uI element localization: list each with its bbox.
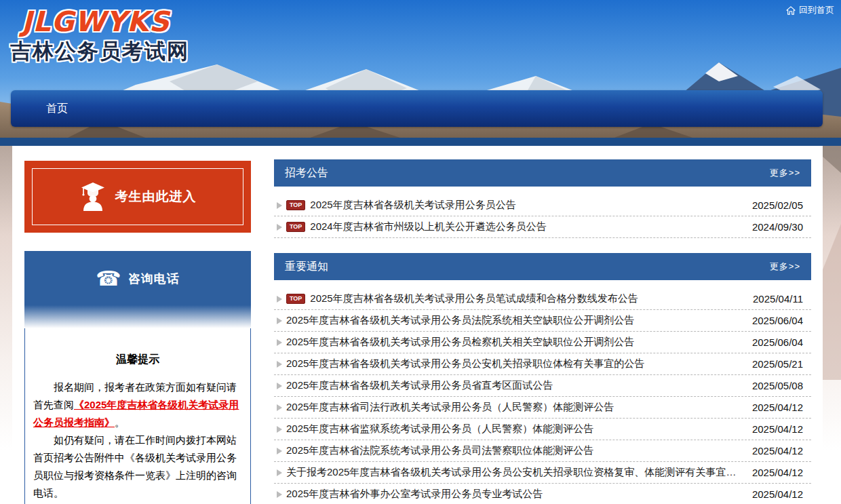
- notice-link[interactable]: 2025年度吉林省各级机关考试录用公务员笔试成绩和合格分数线发布公告: [310, 292, 638, 305]
- candidate-entry-label: 考生由此进入: [115, 188, 197, 206]
- notice-date: 2025/06/04: [752, 315, 803, 326]
- notice-item[interactable]: 2025年度吉林省各级机关考试录用公务员省直考区面试公告2025/05/08: [274, 375, 811, 397]
- bullet-arrow-icon: [277, 426, 282, 433]
- notice-item[interactable]: 2025年度吉林省外事办公室考试录用公务员专业考试公告2025/04/12: [274, 484, 811, 504]
- candidate-entry-inner: 考生由此进入: [32, 168, 243, 225]
- notice-link[interactable]: 2024年度吉林省市州级以上机关公开遴选公务员公告: [310, 220, 546, 233]
- tips-box: 温馨提示 报名期间，报考者在政策方面如有疑问请首先查阅《2025年度吉林省各级机…: [24, 328, 251, 504]
- notice-item[interactable]: TOP2025年度吉林省各级机关考试录用公务员笔试成绩和合格分数线发布公告202…: [274, 288, 811, 310]
- notice-date: 2024/09/30: [752, 221, 803, 233]
- notice-link[interactable]: 2025年度吉林省各级机关考试录用公务员省直考区面试公告: [286, 379, 553, 392]
- notice-link[interactable]: 2025年度吉林省各级机关考试录用公务员公安机关招录职位体检有关事宜的公告: [286, 357, 644, 370]
- notice-item[interactable]: 2025年度吉林省司法行政机关考试录用公务员（人民警察）体能测评公告2025/0…: [274, 397, 811, 419]
- bullet-arrow-icon: [277, 361, 282, 368]
- panel: 重要通知更多>>TOP2025年度吉林省各级机关考试录用公务员笔试成绩和合格分数…: [274, 253, 811, 504]
- top-badge: TOP: [286, 222, 305, 232]
- graduate-icon: [79, 182, 106, 212]
- tips-title: 温馨提示: [33, 328, 242, 367]
- page: 回到首页 JLGWYKS 吉林公务员考试网 首页: [0, 0, 841, 504]
- panel: 招考公告更多>>TOP2025年度吉林省各级机关考试录用公务员公告2025/02…: [274, 159, 811, 238]
- back-to-home-label: 回到首页: [799, 4, 834, 16]
- panel-header: 招考公告更多>>: [274, 159, 811, 187]
- bullet-arrow-icon: [277, 317, 282, 324]
- notice-link[interactable]: 2025年度吉林省法院系统考试录用公务员司法警察职位体能测评公告: [286, 444, 593, 457]
- bullet-arrow-icon: [277, 224, 282, 231]
- panel-title: 招考公告: [285, 166, 328, 180]
- notice-item[interactable]: 2025年度吉林省法院系统考试录用公务员司法警察职位体能测评公告2025/04/…: [274, 440, 811, 462]
- notice-date: 2025/02/05: [752, 199, 803, 211]
- site-logo-cn: 吉林公务员考试网: [10, 37, 189, 66]
- panels-column: 招考公告更多>>TOP2025年度吉林省各级机关考试录用公务员公告2025/02…: [274, 159, 811, 504]
- notice-date: 2025/04/12: [752, 467, 803, 478]
- notice-date: 2025/06/04: [752, 336, 803, 348]
- notice-item[interactable]: TOP2025年度吉林省各级机关考试录用公务员公告2025/02/05: [274, 195, 811, 216]
- notice-date: 2025/04/12: [752, 445, 803, 457]
- tips-p1-period: 。: [115, 416, 125, 428]
- panel-title: 重要通知: [285, 260, 328, 274]
- more-link[interactable]: 更多>>: [770, 260, 800, 273]
- notice-item[interactable]: TOP2024年度吉林省市州级以上机关公开遴选公务员公告2024/09/30: [274, 216, 811, 238]
- bullet-arrow-icon: [277, 339, 282, 346]
- notice-item[interactable]: 2025年度吉林省各级机关考试录用公务员法院系统相关空缺职位公开调剂公告2025…: [274, 310, 811, 332]
- site-logo-en: JLGWYKS: [22, 5, 170, 38]
- notice-item[interactable]: 2025年度吉林省各级机关考试录用公务员检察机关相关空缺职位公开调剂公告2025…: [274, 332, 811, 353]
- notice-link[interactable]: 2025年度吉林省各级机关考试录用公务员公告: [310, 199, 515, 212]
- top-badge: TOP: [286, 200, 305, 210]
- home-icon: [786, 6, 796, 15]
- bullet-arrow-icon: [277, 202, 282, 209]
- bullet-arrow-icon: [277, 404, 282, 411]
- notice-item[interactable]: 关于报考2025年度吉林省各级机关考试录用公务员公安机关招录职位资格复审、体能测…: [274, 462, 811, 484]
- nav-item-home[interactable]: 首页: [46, 90, 68, 127]
- telephone-icon: ☎: [96, 269, 121, 289]
- tips-paragraph-1: 报名期间，报考者在政策方面如有疑问请首先查阅《2025年度吉林省各级机关考试录用…: [33, 379, 242, 431]
- notice-list: TOP2025年度吉林省各级机关考试录用公务员公告2025/02/05TOP20…: [274, 195, 811, 238]
- bullet-arrow-icon: [277, 383, 282, 389]
- bullet-arrow-icon: [277, 491, 282, 498]
- tips-paragraph-2: 如仍有疑问，请在工作时间内拨打本网站首页招考公告附件中《各级机关考试录用公务员职…: [33, 431, 242, 502]
- notice-date: 2025/05/08: [752, 380, 803, 391]
- bullet-arrow-icon: [277, 469, 282, 476]
- back-to-home-link[interactable]: 回到首页: [786, 4, 834, 16]
- main-navbar: 首页: [11, 90, 823, 127]
- bullet-arrow-icon: [277, 296, 282, 303]
- notice-link[interactable]: 2025年度吉林省外事办公室考试录用公务员专业考试公告: [286, 488, 543, 501]
- content-area: 考生由此进入 ☎ 咨询电话 温馨提示 报名期间，报考者在政策方面如有疑问请首先查…: [12, 146, 823, 504]
- notice-item[interactable]: 2025年度吉林省监狱系统考试录用公务员（人民警察）体能测评公告2025/04/…: [274, 419, 811, 440]
- notice-link[interactable]: 2025年度吉林省各级机关考试录用公务员检察机关相关空缺职位公开调剂公告: [286, 336, 634, 349]
- notice-link[interactable]: 2025年度吉林省监狱系统考试录用公务员（人民警察）体能测评公告: [286, 423, 593, 435]
- notice-date: 2025/04/12: [752, 488, 803, 500]
- notice-item[interactable]: 2025年度吉林省各级机关考试录用公务员公安机关招录职位体检有关事宜的公告202…: [274, 353, 811, 375]
- notice-date: 2025/04/11: [753, 293, 803, 305]
- notice-date: 2025/05/21: [752, 358, 803, 370]
- phone-header: ☎ 咨询电话: [24, 251, 251, 328]
- notice-list: TOP2025年度吉林省各级机关考试录用公务员笔试成绩和合格分数线发布公告202…: [274, 288, 811, 504]
- candidate-entry-button[interactable]: 考生由此进入: [24, 161, 251, 233]
- notice-date: 2025/04/12: [752, 423, 803, 435]
- notice-link[interactable]: 关于报考2025年度吉林省各级机关考试录用公务员公安机关招录职位资格复审、体能测…: [286, 466, 743, 479]
- notice-date: 2025/04/12: [752, 402, 803, 413]
- panel-header: 重要通知更多>>: [274, 253, 811, 280]
- top-badge: TOP: [286, 294, 305, 304]
- phone-header-label: 咨询电话: [128, 269, 180, 289]
- notice-link[interactable]: 2025年度吉林省司法行政机关考试录用公务员（人民警察）体能测评公告: [286, 401, 614, 414]
- bullet-arrow-icon: [277, 448, 282, 454]
- more-link[interactable]: 更多>>: [770, 167, 800, 179]
- notice-link[interactable]: 2025年度吉林省各级机关考试录用公务员法院系统相关空缺职位公开调剂公告: [286, 314, 634, 327]
- sidebar: 考生由此进入 ☎ 咨询电话 温馨提示 报名期间，报考者在政策方面如有疑问请首先查…: [24, 146, 251, 504]
